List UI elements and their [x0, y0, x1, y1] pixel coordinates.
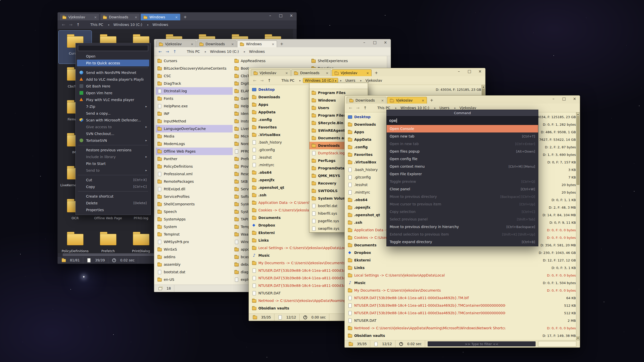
file-row[interactable]: RemotePackages [156, 178, 233, 185]
grid-item[interactable]: PolicyDefinitions [59, 228, 92, 256]
tab-close-icon[interactable]: × [285, 71, 288, 75]
file-row[interactable]: Cursors [156, 57, 233, 65]
command-item[interactable]: Open context menu [Ctrl+M] [Menu] [387, 163, 538, 170]
minimize-button[interactable]: – [359, 39, 370, 46]
up-button[interactable]: ↑ [171, 49, 178, 54]
file-row[interactable]: Eksterni D: 12, F: 127, 12 GB [346, 256, 576, 264]
tab-close-icon[interactable]: × [272, 42, 274, 46]
window-titlebar[interactable]: Vjekoslav × Downloads × Windows × + – □ … [154, 39, 391, 47]
command-item[interactable]: Open File Explorer [387, 170, 538, 178]
tab[interactable]: Vjekoslav × [156, 40, 196, 47]
breadcrumb-link[interactable]: This PC [89, 22, 106, 27]
file-row[interactable]: RtlExUpd.dll [156, 185, 233, 193]
menu-item[interactable]: Properties [77, 206, 149, 213]
menu-item[interactable]: Git Bash Here [77, 83, 149, 89]
tab[interactable]: Windows × [141, 14, 180, 20]
file-row[interactable]: Local Settings -> C:\Users\Vjekoslav\App… [346, 272, 576, 279]
file-row[interactable]: assembly [156, 261, 233, 268]
back-button[interactable]: ← [60, 22, 67, 27]
tab-close-icon[interactable]: × [326, 71, 329, 75]
menu-item[interactable]: Scan with Microsoft Defender... [77, 117, 149, 123]
file-row[interactable]: My Documents -> C:\Users\Vjekoslav\Docum… [346, 287, 576, 294]
file-row[interactable]: System [156, 223, 233, 231]
file-row[interactable]: NTUSER.DAT 2 MB [346, 317, 576, 324]
menu-item[interactable] [78, 68, 148, 68]
file-row[interactable]: ShellExperiences [310, 57, 387, 65]
tab-close-icon[interactable]: × [175, 15, 178, 19]
forward-button[interactable]: → [164, 49, 171, 54]
file-row[interactable]: Fonts [156, 95, 233, 102]
menu-item[interactable]: SVN Checkout... [77, 130, 149, 137]
breadcrumb-link[interactable]: Users [344, 78, 358, 83]
file-row[interactable]: SystemApps [156, 215, 233, 223]
file-row[interactable]: NTUSER.DAT{53b39e88-18c4-11ea-a811-000d3… [346, 302, 576, 309]
command-item[interactable]: Copy selection [Ctrl+C] [387, 208, 538, 215]
command-item[interactable]: Move cursor to previous item [Ctrl+Up] [387, 200, 538, 208]
tab[interactable]: Downloads × [291, 69, 331, 76]
menu-item[interactable] [78, 191, 148, 192]
close-button[interactable]: × [569, 96, 580, 102]
file-row[interactable]: Speech [156, 208, 233, 215]
dropdown-filter-input[interactable] [309, 83, 368, 89]
back-button[interactable]: ← [347, 106, 354, 110]
tab[interactable]: Downloads × [347, 97, 386, 104]
scroll-up-icon[interactable]: ▲ [482, 85, 485, 89]
menu-item[interactable]: Pin to Start [77, 160, 149, 167]
file-row[interactable]: ModemLogs [156, 140, 233, 148]
file-row[interactable]: ShellComponents [156, 200, 233, 208]
menu-item[interactable]: Create shortcut [77, 193, 149, 200]
command-item[interactable]: Toggle expand directory [Ctrl+B] [387, 238, 538, 246]
vertical-scrollbar[interactable]: ▲ ▼ [576, 112, 580, 340]
menu-item[interactable]: Send with NordVPN Meshnet [77, 69, 149, 76]
file-row[interactable]: DiagTrack [156, 80, 233, 87]
file-row[interactable]: BitLockerDiscoveryVolumeContents [156, 65, 233, 72]
minimize-button[interactable]: – [265, 12, 275, 19]
tab-close-icon[interactable]: × [94, 15, 97, 19]
breadcrumb-link[interactable]: This PC [280, 78, 297, 83]
type-to-filter-bar[interactable]: >> Type to filter << [428, 341, 536, 346]
breadcrumb-link[interactable]: This PC [185, 49, 203, 54]
scroll-up-icon[interactable]: ▲ [576, 112, 580, 116]
close-button[interactable]: × [475, 68, 485, 75]
tab-close-icon[interactable]: × [191, 42, 193, 46]
command-item[interactable]: Open Console [387, 125, 538, 132]
tab-close-icon[interactable]: × [366, 71, 369, 75]
file-row[interactable]: Obsidian vaults D: 17, F: 149, 38 MB [346, 332, 576, 339]
file-row[interactable]: PolicyDefinitions [156, 163, 233, 170]
menu-item[interactable]: Copy [Ctrl+C] [77, 183, 149, 190]
file-row[interactable]: Professional.xml [156, 170, 233, 178]
maximize-button[interactable]: □ [370, 39, 380, 46]
menu-item[interactable]: Send to ▸ [77, 167, 149, 174]
menu-item[interactable]: Restore previous versions [77, 147, 149, 153]
maximize-button[interactable]: □ [275, 12, 286, 19]
file-row[interactable]: Links D: 0, F: 3, 1 KB [346, 264, 576, 272]
menu-item[interactable]: Play with VLC media player [77, 96, 149, 103]
menu-item[interactable]: Open Vim here [77, 89, 149, 96]
file-row[interactable]: HelpPane.exe [156, 102, 233, 110]
tab[interactable]: Windows × [237, 40, 277, 47]
menu-item[interactable]: 7-Zip ▸ [77, 103, 149, 110]
status-input[interactable] [538, 341, 576, 347]
tab[interactable]: Vjekoslav × [251, 69, 291, 76]
command-item[interactable]: Open files popup [Alt+Down] [387, 148, 538, 155]
forward-button[interactable]: → [67, 22, 74, 27]
grid-item[interactable]: PrintDialog [125, 228, 157, 256]
up-button[interactable]: ↑ [266, 78, 273, 83]
forward-button[interactable]: → [354, 106, 361, 110]
new-tab-button[interactable]: + [182, 14, 188, 20]
tab-close-icon[interactable]: × [231, 42, 234, 46]
menu-item[interactable]: Open [77, 53, 149, 60]
scrollbar-thumb[interactable] [63, 253, 169, 256]
breadcrumb-link[interactable]: Windows [151, 22, 171, 27]
command-item[interactable]: Move to previous directory [Backspace] [… [387, 193, 538, 200]
command-item[interactable]: Extend selection to previous item [Shift… [387, 231, 538, 238]
file-row[interactable]: DtcInstall.log [156, 87, 233, 95]
file-row[interactable]: WinSxS [156, 246, 233, 253]
file-row[interactable]: LanguageOverlayCache [156, 125, 233, 132]
command-palette-input[interactable]: ope [387, 116, 538, 125]
tab[interactable]: Downloads × [100, 14, 140, 20]
tab-close-icon[interactable]: × [381, 99, 384, 102]
new-tab-button[interactable]: + [373, 70, 380, 76]
scroll-down-icon[interactable]: ▼ [576, 336, 580, 340]
tab[interactable]: Vjekoslav × [387, 97, 427, 104]
